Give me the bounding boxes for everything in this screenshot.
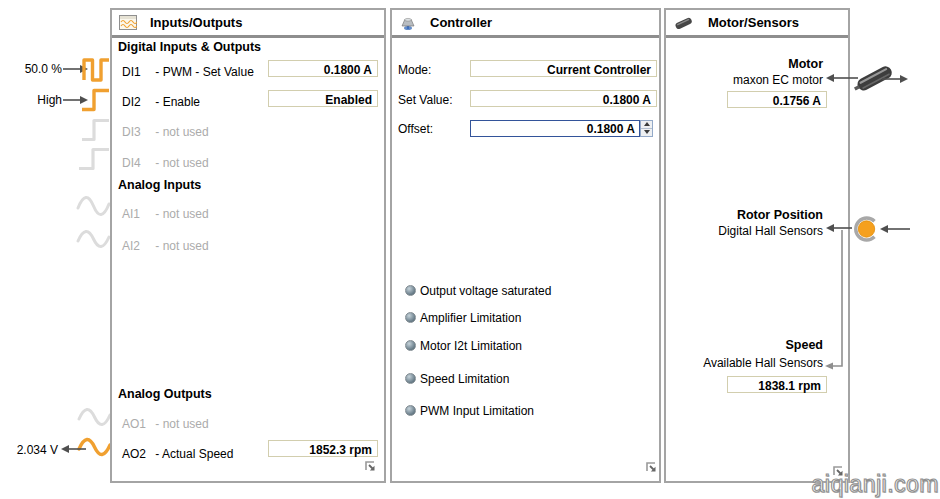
controller-title: Controller xyxy=(430,15,492,30)
di4-id: DI4 xyxy=(122,156,152,170)
inputs-outputs-title: Inputs/Outputs xyxy=(150,15,242,30)
ao2-output-arrow-icon xyxy=(60,444,86,454)
led-amplifier-limitation xyxy=(405,312,416,323)
waveform-monitor-icon xyxy=(119,15,137,30)
motor-sensors-header: Motor/Sensors xyxy=(666,10,848,38)
ao1-id: AO1 xyxy=(122,417,152,431)
rotor-sensor-label: Digital Hall Sensors xyxy=(666,224,823,238)
di2-row: DI2 - Enable xyxy=(122,95,200,109)
di4-row: DI4 - not used xyxy=(122,156,209,170)
analog-inputs-section-header: Analog Inputs xyxy=(118,178,201,192)
led-label-pwm-input-limitation: PWM Input Limitation xyxy=(420,404,534,418)
di2-id: DI2 xyxy=(122,95,152,109)
ao1-row: AO1 - not used xyxy=(122,417,209,431)
di1-row: DI1 - PWM - Set Value xyxy=(122,65,254,79)
motor-section-header: Motor xyxy=(666,57,823,71)
inputs-outputs-panel: Inputs/Outputs Digital Inputs & Outputs … xyxy=(110,8,386,483)
speed-sensor-label: Available Hall Sensors xyxy=(666,356,823,370)
speed-value-field: 1838.1 rpm xyxy=(727,376,827,393)
mode-label: Mode: xyxy=(398,63,431,77)
down-triangle-icon xyxy=(644,130,650,134)
digital-io-section-header: Digital Inputs & Outputs xyxy=(118,40,261,54)
sine-wave-icon-ai1 xyxy=(76,191,112,222)
di3-id: DI3 xyxy=(122,125,152,139)
di3-label: - not used xyxy=(155,125,208,139)
led-pwm-input-limitation xyxy=(405,405,416,416)
ai2-id: AI2 xyxy=(122,239,152,253)
hall-to-speed-connector-line xyxy=(822,230,848,372)
controller-knob-icon xyxy=(399,15,417,31)
mode-value-field: Current Controller xyxy=(470,60,657,77)
led-label-output-voltage-saturated: Output voltage saturated xyxy=(420,284,551,298)
ao2-label: - Actual Speed xyxy=(155,447,233,461)
up-triangle-icon xyxy=(644,122,650,126)
ao2-value-field: 1852.3 rpm xyxy=(268,440,378,457)
ao2-id: AO2 xyxy=(122,447,152,461)
di2-label: - Enable xyxy=(155,95,200,109)
led-label-amplifier-limitation: Amplifier Limitation xyxy=(420,311,521,325)
step-wave-icon-di2 xyxy=(80,87,111,112)
ai1-id: AI1 xyxy=(122,207,152,221)
pwm-wave-icon xyxy=(82,56,111,83)
rotor-position-section-header: Rotor Position xyxy=(666,208,823,222)
ao2-row: AO2 - Actual Speed xyxy=(122,447,233,461)
motor-current-field: 0.1756 A xyxy=(727,91,827,108)
di3-row: DI3 - not used xyxy=(122,125,209,139)
application-window: { "watermark": { "text": "aiqianji.com" … xyxy=(0,0,940,499)
motor-type-label: maxon EC motor xyxy=(666,73,823,87)
di1-signal-value: 50.0 % xyxy=(8,62,62,76)
di2-signal-value: High xyxy=(8,93,62,107)
offset-input[interactable] xyxy=(470,120,640,137)
ai1-row: AI1 - not used xyxy=(122,207,209,221)
motor-shaft-arrow-icon xyxy=(882,74,909,84)
inputs-outputs-header: Inputs/Outputs xyxy=(112,10,384,38)
motor-sensors-title: Motor/Sensors xyxy=(708,15,799,30)
set-value-field: 0.1800 A xyxy=(470,90,657,107)
set-value-label: Set Value: xyxy=(398,93,452,107)
watermark: aiqianji.com xyxy=(812,471,939,498)
sine-wave-icon-ao1 xyxy=(77,403,112,431)
offset-label: Offset: xyxy=(398,122,433,136)
di2-value-field: Enabled xyxy=(268,90,378,107)
speed-section-header: Speed xyxy=(666,338,823,352)
sine-wave-icon-ai2 xyxy=(76,225,112,254)
ao2-signal-value: 2.034 V xyxy=(4,443,58,457)
ai1-label: - not used xyxy=(155,207,208,221)
di1-label: - PWM - Set Value xyxy=(155,65,253,79)
step-wave-icon-di4 xyxy=(77,146,111,171)
panel-popout-grip-icon[interactable] xyxy=(646,462,659,474)
ai2-row: AI2 - not used xyxy=(122,239,209,253)
ao1-label: - not used xyxy=(155,417,208,431)
led-output-voltage-saturated xyxy=(405,285,416,296)
step-wave-icon-di3 xyxy=(80,117,111,142)
led-motor-i2t-limitation xyxy=(405,340,416,351)
controller-header: Controller xyxy=(392,10,659,38)
panel-popout-grip-icon[interactable] xyxy=(365,461,378,473)
spinner-up-button[interactable] xyxy=(641,121,652,129)
led-label-speed-limitation: Speed Limitation xyxy=(420,372,509,386)
controller-panel: Controller Mode: Current Controller Set … xyxy=(390,8,661,483)
spinner-down-button[interactable] xyxy=(641,129,652,137)
di1-id: DI1 xyxy=(122,65,152,79)
di1-value-field: 0.1800 A xyxy=(268,60,378,77)
offset-spinner xyxy=(640,120,653,137)
analog-outputs-section-header: Analog Outputs xyxy=(118,387,212,401)
led-label-motor-i2t-limitation: Motor I2t Limitation xyxy=(420,339,522,353)
led-speed-limitation xyxy=(405,373,416,384)
motor-small-icon xyxy=(673,15,695,31)
ai2-label: - not used xyxy=(155,239,208,253)
hall-sensor-input-arrow-icon xyxy=(879,224,910,234)
di4-label: - not used xyxy=(155,156,208,170)
